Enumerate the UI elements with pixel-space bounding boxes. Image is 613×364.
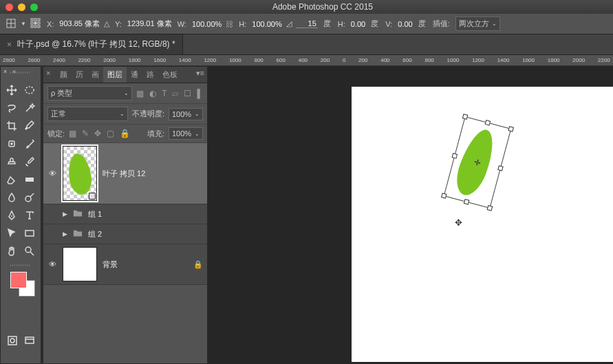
transform-handle-se[interactable] <box>487 205 493 211</box>
h-skew-value[interactable]: 0.00 <box>351 20 365 28</box>
transform-handle-s[interactable] <box>464 199 470 205</box>
move-tool[interactable] <box>3 82 20 98</box>
tab-channels[interactable]: 通 <box>127 67 142 83</box>
layer-item[interactable]: 👁 背景 🔒 <box>43 244 207 285</box>
tab-brush[interactable]: 画 <box>87 67 103 83</box>
filter-toggle-icon[interactable]: ▌ <box>197 89 203 98</box>
reference-point-icon[interactable] <box>30 18 41 30</box>
panel-close-icon[interactable]: × <box>1 67 10 76</box>
screen-mode-button[interactable] <box>21 332 38 349</box>
interpolation-select[interactable]: 两次立方 ⌄ <box>455 17 500 31</box>
blend-mode-select[interactable]: 正常 ⌄ <box>47 107 128 121</box>
w-value[interactable]: 100.00% <box>192 20 222 28</box>
lasso-tool[interactable] <box>3 100 20 116</box>
tab-history[interactable]: 历 <box>72 67 87 83</box>
lock-pixels-icon[interactable]: ✎ <box>82 129 89 138</box>
rectangle-tool[interactable] <box>21 225 38 242</box>
filter-type-icon[interactable]: T <box>162 89 166 98</box>
tab-close-icon[interactable]: × <box>7 40 12 50</box>
options-dropdown-icon[interactable]: ▼ <box>21 21 26 27</box>
layer-name[interactable]: 组 1 <box>88 209 203 220</box>
layer-filter-type-select[interactable]: ρ 类型 ⌄ <box>47 86 132 100</box>
dodge-tool[interactable] <box>21 189 38 206</box>
maximize-window-button[interactable] <box>30 3 38 11</box>
y-value[interactable]: 1239.01 像素 <box>127 19 172 29</box>
document-tab[interactable]: × 叶子.psd @ 16.7% (叶子 拷贝 12, RGB/8) * <box>0 34 183 54</box>
tab-color[interactable]: 颜 <box>56 67 72 83</box>
visibility-toggle-icon[interactable]: 👁 <box>47 169 57 178</box>
healing-brush-tool[interactable] <box>3 136 20 152</box>
pen-tool[interactable] <box>3 207 20 224</box>
eyedropper-tool[interactable] <box>21 118 38 134</box>
eraser-tool[interactable] <box>3 171 20 188</box>
brush-tool[interactable] <box>21 136 38 152</box>
transform-handle-e[interactable] <box>497 165 504 171</box>
layer-group-item[interactable]: ▶ 组 1 <box>43 204 207 224</box>
lock-icon[interactable]: 🔒 <box>193 260 203 269</box>
lock-artboard-icon[interactable]: ▢ <box>107 129 114 138</box>
lock-transparency-icon[interactable]: ▩ <box>69 129 76 138</box>
canvas-viewport[interactable]: ✛ ✥ <box>208 66 613 364</box>
opacity-select[interactable]: 100% ⌄ <box>169 108 203 120</box>
layer-name[interactable]: 组 2 <box>88 229 203 239</box>
minimize-window-button[interactable] <box>18 3 25 11</box>
blur-tool[interactable] <box>3 189 20 206</box>
lock-all-icon[interactable]: 🔒 <box>120 129 130 138</box>
layers-panel: × 颜 历 画 图层 通 路 色板 ▾≡ ρ 类型 ⌄ ▦ ◐ T ▱ <box>43 66 208 364</box>
history-brush-tool[interactable] <box>21 153 38 170</box>
h-value[interactable]: 100.00% <box>252 20 281 28</box>
delta-icon[interactable]: △ <box>104 19 109 28</box>
tab-layers[interactable]: 图层 <box>103 67 127 83</box>
expand-icon[interactable]: ▶ <box>63 211 67 217</box>
chevron-down-icon: ⌄ <box>195 111 200 117</box>
magic-wand-tool[interactable] <box>21 100 38 116</box>
transform-handle-w[interactable] <box>452 153 458 159</box>
chevron-down-icon: ⌄ <box>492 21 497 27</box>
svg-rect-20 <box>25 337 34 343</box>
svg-rect-16 <box>25 231 34 236</box>
canvas[interactable]: ✛ ✥ <box>352 87 613 362</box>
gradient-tool[interactable] <box>21 171 38 188</box>
v-skew-value[interactable]: 0.00 <box>398 20 412 28</box>
layer-thumbnail[interactable] <box>63 146 97 201</box>
filter-pixel-icon[interactable]: ▦ <box>136 89 144 98</box>
h-label: H: <box>239 20 246 28</box>
transform-bounding-box[interactable]: ✛ <box>444 116 512 208</box>
close-window-button[interactable] <box>6 3 13 11</box>
panel-menu-icon[interactable]: ▾≡ <box>196 69 204 78</box>
tab-paths[interactable]: 路 <box>142 67 158 83</box>
hand-tool[interactable] <box>3 243 20 259</box>
panel-close-icon[interactable]: × <box>46 69 50 77</box>
svg-rect-9 <box>31 25 33 28</box>
path-selection-tool[interactable] <box>3 225 20 242</box>
transform-center-icon[interactable]: ✛ <box>473 157 482 168</box>
zoom-tool[interactable] <box>21 243 38 259</box>
angle-input[interactable] <box>296 19 318 28</box>
transform-handle-n[interactable] <box>485 120 491 126</box>
layer-group-item[interactable]: ▶ 组 2 <box>43 224 207 244</box>
tab-swatches[interactable]: 色板 <box>158 67 182 83</box>
fill-select[interactable]: 100% ⌄ <box>169 127 203 140</box>
layer-thumbnail[interactable] <box>63 247 97 281</box>
transform-handle-nw[interactable] <box>462 114 469 120</box>
clone-stamp-tool[interactable] <box>3 153 20 170</box>
visibility-toggle-icon[interactable]: 👁 <box>47 260 57 268</box>
quick-mask-button[interactable] <box>4 332 21 349</box>
filter-adjustment-icon[interactable]: ◐ <box>149 89 156 98</box>
panel-collapse-icon[interactable]: « <box>10 67 19 76</box>
lock-position-icon[interactable]: ✥ <box>94 129 101 138</box>
expand-icon[interactable]: ▶ <box>63 231 67 237</box>
link-icon[interactable]: ⛓ <box>226 20 233 28</box>
layer-item[interactable]: 👁 叶子 拷贝 12 <box>43 143 207 204</box>
marquee-tool[interactable] <box>21 82 38 98</box>
layer-name[interactable]: 背景 <box>103 259 188 270</box>
foreground-color-swatch[interactable] <box>10 272 27 288</box>
filter-smart-icon[interactable]: ☐ <box>184 89 191 98</box>
crop-tool[interactable] <box>3 118 20 134</box>
filter-shape-icon[interactable]: ▱ <box>172 89 178 98</box>
layer-name[interactable]: 叶子 拷贝 12 <box>103 169 203 179</box>
type-tool[interactable] <box>21 207 38 224</box>
transform-handle-ne[interactable] <box>508 126 514 132</box>
x-value[interactable]: 903.85 像素 <box>59 19 100 29</box>
transform-handle-sw[interactable] <box>441 193 447 199</box>
